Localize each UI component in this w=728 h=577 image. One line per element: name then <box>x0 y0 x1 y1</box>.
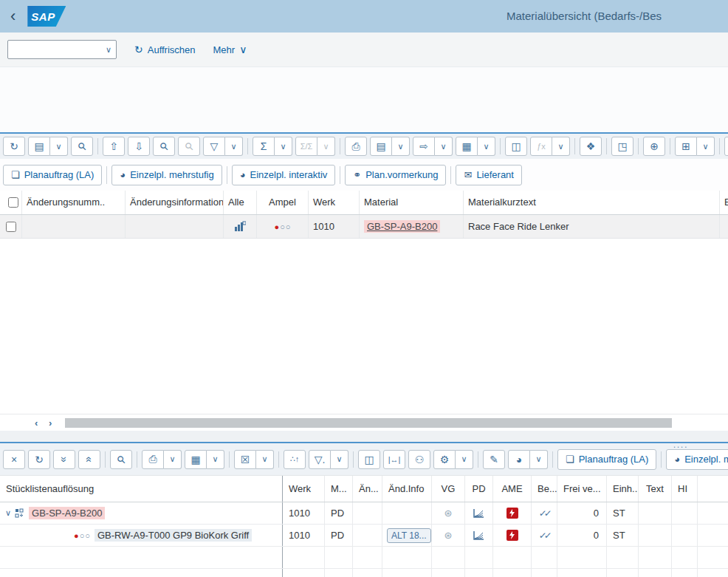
chart-curves-icon[interactable] <box>473 508 484 518</box>
chevron-down-icon[interactable]: ∨ <box>225 137 243 156</box>
edit-document-icon[interactable]: ✎ <box>483 450 505 469</box>
chevron-down-icon[interactable]: ∨ <box>331 450 348 469</box>
bom-child-material[interactable]: GB-RW-A9-T000 GP9 BioKork Griff <box>95 529 252 542</box>
cube-view-icon[interactable]: ◫ <box>358 450 380 469</box>
chevron-down-icon[interactable]: ∨ <box>50 137 68 156</box>
material-table-row[interactable]: ●○○ 1010 GB-SP-A9-B200 Race Face Ride Le… <box>0 215 728 239</box>
globe-icon[interactable]: ⊛ <box>444 530 453 541</box>
column-header[interactable]: HI <box>672 476 698 502</box>
print-preview-icon[interactable]: ▤ <box>370 137 392 156</box>
print-icon[interactable]: ⎙ <box>142 450 164 469</box>
refresh-icon[interactable]: ↻ <box>3 137 25 156</box>
scroll-left-icon[interactable]: ‹ <box>35 417 38 429</box>
search-icon[interactable]: ⚲ <box>153 137 175 156</box>
bom-row-child[interactable]: ●○○ GB-RW-A9-T000 GP9 BioKork Griff 1010… <box>0 525 728 547</box>
column-header[interactable]: M... <box>325 476 353 502</box>
close-icon[interactable]: × <box>3 450 25 469</box>
column-header[interactable]: Änderungsnumm.. <box>22 191 126 214</box>
alert-lightning-icon[interactable] <box>506 508 518 519</box>
row-checkbox[interactable] <box>6 222 16 232</box>
double-check-icon[interactable]: ✓✓ <box>538 530 550 541</box>
chevron-down-icon[interactable]: ∨ <box>256 450 274 469</box>
people-icon[interactable]: ⚇ <box>408 450 430 469</box>
sort-ascending-icon[interactable]: ⇧ <box>103 137 125 156</box>
table-settings-icon[interactable]: ▦ <box>185 450 207 469</box>
chevron-down-icon[interactable]: ∨ <box>478 137 495 156</box>
distribute-icon[interactable]: ❖ <box>580 137 602 156</box>
column-header[interactable]: Änderungsinformation <box>126 191 224 214</box>
column-header[interactable]: E <box>720 191 728 214</box>
search-icon[interactable]: ⚲ <box>110 450 132 469</box>
scroll-right-icon[interactable]: › <box>49 417 52 429</box>
filter-icon[interactable]: ▽ <box>203 137 225 156</box>
horizontal-scrollbar[interactable]: ‹ › <box>0 414 728 431</box>
planauftrag-la-button[interactable]: ❏Planauftrag (LA) <box>3 165 102 185</box>
change-number-chip[interactable]: ALT 18... <box>387 528 431 543</box>
column-header[interactable]: Frei ve... <box>557 476 607 502</box>
column-header[interactable]: Be... <box>532 476 557 502</box>
user-settings-icon[interactable]: ⚙ <box>433 450 456 469</box>
refresh-icon[interactable]: ↻ <box>28 450 50 469</box>
chevron-down-icon[interactable]: ∨ <box>530 450 548 469</box>
column-header[interactable]: Text <box>639 476 672 502</box>
column-header[interactable]: Materialkurztext <box>464 191 720 214</box>
chevron-down-icon[interactable]: ∨ <box>164 450 182 469</box>
column-header[interactable]: Werk <box>309 191 360 214</box>
plan-vormerkung-button[interactable]: ⚭Plan.vormerkung <box>345 165 446 185</box>
user-table-icon[interactable]: ◳ <box>611 137 633 156</box>
splitter-grip-icon[interactable]: ∙∙∙∙ <box>673 444 688 448</box>
refresh-button[interactable]: ↻ Auffrischen <box>134 44 196 55</box>
confirm-edit-icon[interactable]: ✓✎ <box>724 137 728 156</box>
column-header[interactable]: AME <box>493 476 532 502</box>
material-link[interactable]: GB-SP-A9-B200 <box>364 220 440 233</box>
tree-collapse-icon[interactable]: ∨ <box>5 508 11 518</box>
planauftrag-la-button[interactable]: ❏Planauftrag (LA) <box>557 449 656 470</box>
bom-row-root[interactable]: ∨ GB-SP-A9-B200 1010 PD ⊛ ✓✓ 0 ST <box>0 502 728 525</box>
column-width-icon[interactable]: |↔| <box>383 450 405 469</box>
einzelpl-mehrstufig-button[interactable]: ◕Einzelpl. meh <box>666 449 728 470</box>
add-circle-icon[interactable]: ⊕ <box>643 137 665 156</box>
column-header[interactable]: PD <box>465 476 493 502</box>
expand-all-icon[interactable]: » <box>53 450 75 469</box>
column-header[interactable]: Material <box>360 191 464 214</box>
column-header[interactable]: VG <box>432 476 465 502</box>
einzelpl-interaktiv-button[interactable]: ◕Einzelpl. interaktiv <box>232 165 336 185</box>
column-header[interactable]: Ampel <box>257 191 309 214</box>
scrollbar-thumb[interactable] <box>65 418 672 428</box>
transaction-combobox[interactable]: ∨ <box>7 40 117 59</box>
globe-icon[interactable]: ⊛ <box>444 508 453 519</box>
chart-curves-icon[interactable] <box>473 530 484 540</box>
excel-export-icon[interactable]: ☒ <box>234 450 256 469</box>
back-icon[interactable]: ‹ <box>10 8 16 24</box>
column-header[interactable]: Stücklistenauflösung <box>0 476 283 502</box>
chevron-down-icon[interactable]: ∨ <box>697 137 715 156</box>
pie-segment-icon[interactable]: ◕ <box>508 450 530 469</box>
chevron-down-icon[interactable]: ∨ <box>456 450 473 469</box>
collapse-all-icon[interactable]: « <box>78 450 100 469</box>
filter-dot-icon[interactable]: ▽. <box>309 450 331 469</box>
einzelpl-mehrstufig-button[interactable]: ◕Einzelpl. mehrstufig <box>111 165 222 185</box>
lieferant-button[interactable]: ✉Lieferant <box>456 165 522 185</box>
column-header[interactable]: Än... <box>353 476 382 502</box>
sort-descending-icon[interactable]: ⇩ <box>128 137 150 156</box>
hierarchy-up-icon[interactable]: ∴↑ <box>284 450 306 469</box>
insert-variant-icon[interactable]: ⊞ <box>675 137 697 156</box>
chevron-down-icon[interactable]: ∨ <box>552 137 570 156</box>
chevron-down-icon[interactable]: ∨ <box>207 450 224 469</box>
column-header[interactable]: Alle <box>224 191 257 214</box>
view-selector-icon[interactable]: ▤ <box>28 137 50 156</box>
select-all-checkbox[interactable] <box>8 197 18 208</box>
detail-chart-icon[interactable] <box>224 215 257 238</box>
column-header[interactable]: Werk <box>283 476 325 502</box>
table-settings-icon[interactable]: ▦ <box>456 137 478 156</box>
column-header[interactable]: Einh... <box>607 476 639 502</box>
export-icon[interactable]: ⇨ <box>413 137 435 156</box>
double-check-icon[interactable]: ✓✓ <box>538 508 550 519</box>
cube-view-icon[interactable]: ◫ <box>505 137 527 156</box>
chevron-down-icon[interactable]: ∨ <box>435 137 453 156</box>
sum-icon[interactable]: Σ <box>253 137 275 156</box>
more-menu-button[interactable]: Mehr ∨ <box>213 44 247 55</box>
column-header[interactable]: Änd.Info <box>382 476 432 502</box>
alert-lightning-icon[interactable] <box>506 530 518 541</box>
chevron-down-icon[interactable]: ∨ <box>392 137 410 156</box>
